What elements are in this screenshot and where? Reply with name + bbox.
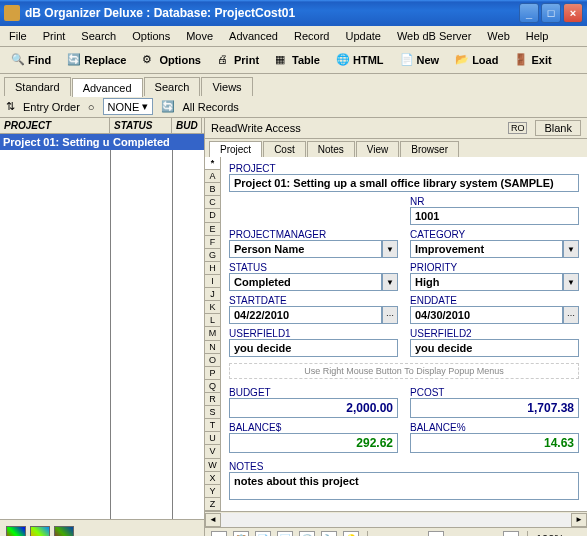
alpha-y[interactable]: Y <box>205 485 220 498</box>
ro-indicator[interactable]: RO <box>508 122 528 134</box>
form-tab-view[interactable]: View <box>356 141 400 157</box>
notes-field[interactable]: notes about this project <box>229 472 579 500</box>
h-scrollbar[interactable]: ◄ ► <box>205 511 587 527</box>
find-button[interactable]: 🔍Find <box>4 49 58 71</box>
doc-icon[interactable]: 📃 <box>277 531 293 536</box>
pm-dropdown[interactable]: ▼ <box>382 240 398 258</box>
refresh-icon[interactable]: 🔄 <box>161 100 175 113</box>
alpha-r[interactable]: R <box>205 393 220 406</box>
prio-field[interactable]: High <box>410 273 563 291</box>
bulb-icon[interactable]: 💡 <box>343 531 359 536</box>
alpha-l[interactable]: L <box>205 314 220 327</box>
nr-field[interactable]: 1001 <box>410 207 579 225</box>
filter-select[interactable]: NONE▾ <box>103 98 153 115</box>
blank-button[interactable]: Blank <box>535 120 581 136</box>
minimize-button[interactable]: _ <box>519 3 539 23</box>
uf2-field[interactable]: you decide <box>410 339 579 357</box>
alpha-c[interactable]: C <box>205 196 220 209</box>
budget-field[interactable]: 2,000.00 <box>229 398 398 418</box>
print-button[interactable]: 🖨Print <box>210 49 266 71</box>
export-icon[interactable]: ➡ <box>428 531 444 536</box>
col-project[interactable]: PROJECT <box>0 118 110 133</box>
menu-search[interactable]: Search <box>78 29 119 43</box>
col-status[interactable]: STATUS <box>110 118 172 133</box>
replace-button[interactable]: 🔄Replace <box>60 49 133 71</box>
menu-help[interactable]: Help <box>523 29 552 43</box>
end-picker[interactable]: ⋯ <box>563 306 579 324</box>
start-picker[interactable]: ⋯ <box>382 306 398 324</box>
options-button[interactable]: ⚙Options <box>135 49 208 71</box>
form-tab-browser[interactable]: Browser <box>400 141 459 157</box>
menu-record[interactable]: Record <box>291 29 332 43</box>
tab-views[interactable]: Views <box>201 77 252 96</box>
titlebar[interactable]: dB Organizer Deluxe : Database: ProjectC… <box>0 0 587 26</box>
tool-icon[interactable]: 🔧 <box>321 531 337 536</box>
balp-field[interactable]: 14.63 <box>410 433 579 453</box>
alpha-i[interactable]: I <box>205 275 220 288</box>
end-field[interactable]: 04/30/2010 <box>410 306 563 324</box>
new-button[interactable]: 📄New <box>393 49 447 71</box>
pcost-field[interactable]: 1,707.38 <box>410 398 579 418</box>
prio-dropdown[interactable]: ▼ <box>563 273 579 291</box>
nav-first-icon[interactable]: ⇤ <box>211 531 227 536</box>
alpha-b[interactable]: B <box>205 183 220 196</box>
color-button-2[interactable] <box>30 526 50 536</box>
tab-search[interactable]: Search <box>144 77 201 96</box>
close-button[interactable]: × <box>563 3 583 23</box>
status-field[interactable]: Completed <box>229 273 382 291</box>
start-field[interactable]: 04/22/2010 <box>229 306 382 324</box>
alpha-o[interactable]: O <box>205 354 220 367</box>
color-button-1[interactable] <box>6 526 26 536</box>
menu-web[interactable]: Web <box>484 29 512 43</box>
grid-body[interactable]: Project 01: Setting up a Completed <box>0 134 204 519</box>
alpha-*[interactable]: * <box>205 157 220 170</box>
alpha-n[interactable]: N <box>205 341 220 354</box>
cat-field[interactable]: Improvement <box>410 240 563 258</box>
alpha-z[interactable]: Z <box>205 498 220 511</box>
paste-icon[interactable]: 📄 <box>255 531 271 536</box>
alpha-e[interactable]: E <box>205 223 220 236</box>
table-button[interactable]: ▦Table <box>268 49 327 71</box>
form-tab-notes[interactable]: Notes <box>307 141 355 157</box>
clock-icon[interactable]: 🕐 <box>299 531 315 536</box>
menu-file[interactable]: File <box>6 29 30 43</box>
menu-move[interactable]: Move <box>183 29 216 43</box>
alpha-v[interactable]: V <box>205 445 220 458</box>
maximize-button[interactable]: □ <box>541 3 561 23</box>
alpha-w[interactable]: W <box>205 459 220 472</box>
menu-print[interactable]: Print <box>40 29 69 43</box>
bal-field[interactable]: 292.62 <box>229 433 398 453</box>
project-field[interactable]: Project 01: Setting up a small office li… <box>229 174 579 192</box>
alpha-t[interactable]: T <box>205 419 220 432</box>
alpha-a[interactable]: A <box>205 170 220 183</box>
tab-standard[interactable]: Standard <box>4 77 71 96</box>
alpha-m[interactable]: M <box>205 327 220 340</box>
menu-webdbserver[interactable]: Web dB Server <box>394 29 474 43</box>
col-bud[interactable]: BUD <box>172 118 202 133</box>
cat-dropdown[interactable]: ▼ <box>563 240 579 258</box>
status-dropdown[interactable]: ▼ <box>382 273 398 291</box>
menu-advanced[interactable]: Advanced <box>226 29 281 43</box>
alpha-u[interactable]: U <box>205 432 220 445</box>
load-button[interactable]: 📂Load <box>448 49 505 71</box>
uf1-field[interactable]: you decide <box>229 339 398 357</box>
alpha-f[interactable]: F <box>205 236 220 249</box>
form-tab-project[interactable]: Project <box>209 141 262 157</box>
alpha-j[interactable]: J <box>205 288 220 301</box>
menu-update[interactable]: Update <box>342 29 383 43</box>
alpha-q[interactable]: Q <box>205 380 220 393</box>
html-button[interactable]: 🌐HTML <box>329 49 391 71</box>
grid-row-selected[interactable]: Project 01: Setting up a Completed <box>0 134 204 150</box>
form-tab-cost[interactable]: Cost <box>263 141 306 157</box>
exit-button[interactable]: 🚪Exit <box>507 49 558 71</box>
tab-advanced[interactable]: Advanced <box>72 78 143 97</box>
scroll-left[interactable]: ◄ <box>205 513 221 527</box>
grid-icon[interactable]: ▦ <box>503 531 519 536</box>
alpha-x[interactable]: X <box>205 472 220 485</box>
alpha-h[interactable]: H <box>205 262 220 275</box>
menu-options[interactable]: Options <box>129 29 173 43</box>
copy-icon[interactable]: 📋 <box>233 531 249 536</box>
filter-icon[interactable]: ○ <box>88 101 95 113</box>
alpha-g[interactable]: G <box>205 249 220 262</box>
pm-field[interactable]: Person Name <box>229 240 382 258</box>
